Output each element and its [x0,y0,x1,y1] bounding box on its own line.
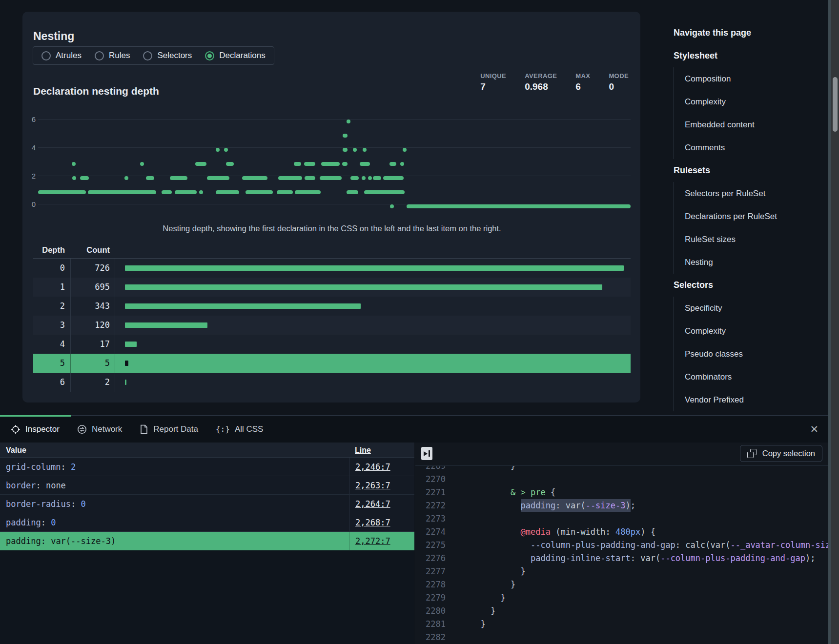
stat-label: MAX [575,72,590,80]
table-row[interactable]: 55 [33,354,631,373]
code-line: 2282 [415,631,828,644]
radio-label: Rules [109,51,130,60]
stat-max: MAX6 [575,72,590,92]
depth-3-points [226,162,234,166]
value-row[interactable]: padding: 02,268:7 [0,513,414,532]
declaration-text: padding: var(--size-3) [6,532,116,550]
depth-cell: 0 [33,259,65,278]
radio-icon [143,51,152,60]
close-panel-button[interactable]: ✕ [810,423,819,435]
line-link[interactable]: 2,264:7 [355,499,390,509]
tab-network[interactable]: Network [77,424,122,434]
nav-item-complexity[interactable]: Complexity [685,90,820,113]
radio-option-atrules[interactable]: Atrules [41,51,82,60]
tab-inspector[interactable]: Inspector [11,424,60,434]
chart-caption: Nesting depth, showing the first declara… [33,224,631,233]
depth-2-points [278,176,303,180]
value-column-header: Value [6,443,26,458]
value-row[interactable]: grid-column: 22,246:7 [0,458,414,476]
depth-0-points [390,204,394,208]
table-row[interactable]: 3120 [33,316,631,335]
code-line: 2270 [415,473,828,486]
code-text [446,632,450,642]
value-row[interactable]: border-radius: 02,264:7 [0,495,414,513]
table-row[interactable]: 0726 [33,259,631,278]
column-divider [115,354,115,373]
y-tick-label: 6 [29,115,36,123]
expand-panel-button[interactable] [421,447,432,460]
nav-item-pseudo-classes[interactable]: Pseudo classes [685,342,820,365]
copy-selection-button[interactable]: Copy selection [740,445,822,462]
nav-item-embedded-content[interactable]: Embedded content [685,113,820,136]
depth-1-points [277,190,293,194]
nav-item-declarations-per-ruleset[interactable]: Declarations per RuleSet [685,205,820,228]
y-tick-label: 0 [29,200,36,208]
stat-value: 7 [480,81,506,92]
code-text: @media (min-width: 480px) { [446,527,655,537]
line-link[interactable]: 2,268:7 [355,518,390,527]
depth-2-points [305,176,315,180]
nav-item-ruleset-sizes[interactable]: RuleSet sizes [685,228,820,251]
depth-3-points [389,162,397,166]
tab-all-css[interactable]: {:}All CSS [216,424,263,434]
nav-item-vendor-prefixed[interactable]: Vendor Prefixed [685,388,820,411]
tab-report-data[interactable]: Report Data [140,424,198,434]
table-row[interactable]: 62 [33,373,631,392]
code-text: } [446,619,486,629]
count-header: Count [70,242,110,257]
line-link[interactable]: 2,263:7 [355,481,390,490]
line-link[interactable]: 2,272:7 [355,536,390,546]
code-viewer[interactable]: 2269 }2270 2271 & > pre {2272 padding: v… [415,466,828,644]
stat-unique: UNIQUE7 [480,72,506,92]
depth-4-points [343,148,348,152]
depth-2-points [170,176,187,180]
nav-item-nesting[interactable]: Nesting [685,251,820,274]
code-line: 2280 } [415,604,828,618]
stat-label: MODE [609,72,629,80]
code-text: padding-inline-start: var(--column-plus-… [446,553,815,563]
line-number: 2275 [415,539,446,552]
depth-count-table: DepthCount07261695234331204175562 [33,242,631,392]
code-line: 2272 padding: var(--size-3); [415,499,828,512]
os-scrollbar[interactable] [831,0,839,644]
value-row[interactable]: border: none2,263:7 [0,476,414,495]
depth-1-points [88,190,156,194]
depth-cell: 6 [33,373,65,392]
table-row[interactable]: 2343 [33,297,631,316]
table-row[interactable]: 417 [33,335,631,354]
line-link[interactable]: 2,246:7 [355,462,390,472]
radio-option-rules[interactable]: Rules [95,51,130,60]
stat-value: 0 [609,81,629,92]
value-row[interactable]: padding: var(--size-3)2,272:7 [0,532,414,550]
gridline [38,147,631,148]
nav-item-combinators[interactable]: Combinators [685,365,820,388]
depth-1-points [246,190,273,194]
depth-header: Depth [33,242,65,257]
radio-option-selectors[interactable]: Selectors [143,51,192,60]
count-cell: 726 [70,259,110,278]
depth-3-points [342,162,348,166]
declaration-text: border: none [6,476,66,495]
stat-average: AVERAGE0.968 [525,72,557,92]
line-number: 2280 [415,604,446,618]
line-column-header[interactable]: Line [355,443,371,458]
line-number: 2270 [415,473,446,486]
code-line: 2277 } [415,565,828,578]
count-bar [125,322,207,328]
nav-item-selectors-per-ruleset[interactable]: Selectors per RuleSet [685,182,820,205]
stat-mode: MODE0 [609,72,629,92]
declaration-text: grid-column: 2 [6,458,76,476]
nav-item-comments[interactable]: Comments [685,136,820,159]
active-tab-indicator [0,415,71,417]
nav-item-specificity[interactable]: Specificity [685,297,820,320]
card-title: Nesting [33,30,74,43]
nav-section-items: CompositionComplexityEmbedded contentCom… [674,67,820,159]
radio-option-declarations[interactable]: Declarations [205,51,266,60]
line-number: 2273 [415,512,446,525]
nav-item-complexity[interactable]: Complexity [685,320,820,342]
nesting-card: Nesting AtrulesRulesSelectorsDeclaration… [22,12,640,402]
scrollbar-thumb[interactable] [833,77,838,132]
code-line: 2271 & > pre { [415,486,828,499]
table-row[interactable]: 1695 [33,278,631,297]
nav-item-composition[interactable]: Composition [685,67,820,90]
